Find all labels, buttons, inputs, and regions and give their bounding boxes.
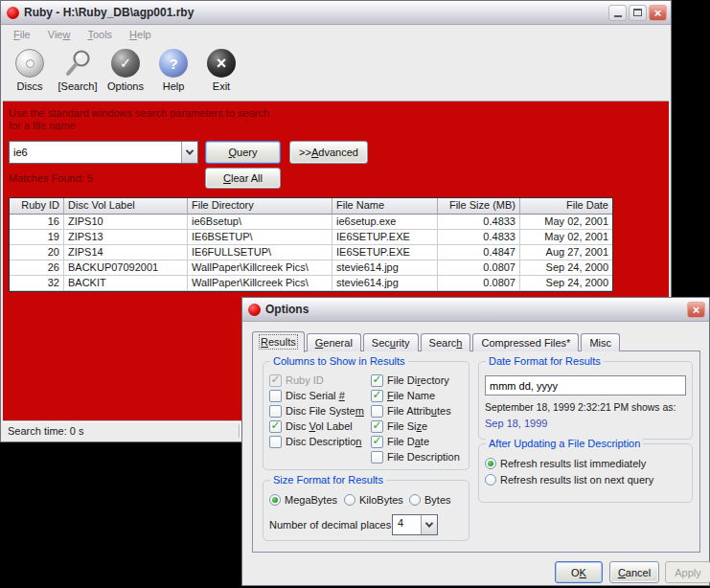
- checkbox-file-description[interactable]: File Description: [371, 449, 460, 464]
- table-cell[interactable]: 0.4833: [438, 230, 520, 245]
- dialog-titlebar[interactable]: Options: [242, 298, 709, 322]
- columns-group-title: Columns to Show in Results: [270, 355, 408, 367]
- toolbar-search-label: [Search]: [58, 80, 98, 92]
- checkbox-icon: [371, 390, 383, 402]
- menu-file[interactable]: File: [5, 29, 39, 40]
- column-header-file-directory[interactable]: File Directory: [188, 198, 332, 215]
- toolbar-discs-button[interactable]: Discs: [6, 49, 54, 101]
- checkbox-ruby-id[interactable]: Ruby ID: [269, 373, 364, 388]
- table-cell[interactable]: stevie614.jpg: [332, 260, 438, 276]
- radio-refresh-next-query[interactable]: Refresh results list on next query: [485, 472, 653, 487]
- decimal-places-combo[interactable]: 4: [392, 514, 438, 535]
- radio-megabytes[interactable]: MegaBytes: [269, 492, 344, 508]
- tab-security[interactable]: Security: [363, 333, 419, 351]
- advanced-button[interactable]: >> Advanced: [289, 141, 368, 164]
- close-button[interactable]: [649, 5, 667, 21]
- search-combo-dropdown-button[interactable]: [181, 142, 197, 163]
- checkbox-file-attributes[interactable]: File Attributes: [371, 403, 460, 418]
- date-format-group: Date Format for Results September 18, 19…: [478, 361, 693, 440]
- table-cell[interactable]: WallPaper\Killcreek Pics\: [188, 260, 332, 276]
- radio-refresh-immediately[interactable]: Refresh results list immediately: [485, 456, 646, 471]
- table-cell[interactable]: ie6setup.exe: [332, 215, 438, 230]
- table-cell[interactable]: BACKIT: [64, 276, 188, 291]
- checkbox-icon: [269, 405, 282, 418]
- table-cell[interactable]: 16: [10, 215, 64, 230]
- apply-button: Apply: [665, 561, 710, 583]
- checkbox-icon: [269, 374, 282, 387]
- dialog-icon: [248, 304, 261, 316]
- decimal-combo-dropdown-button[interactable]: [421, 515, 437, 534]
- main-titlebar[interactable]: Ruby - H:\Ruby_DB\agp001.rby: [1, 1, 671, 25]
- radio-bytes[interactable]: Bytes: [409, 492, 451, 508]
- menu-tools[interactable]: Tools: [79, 29, 121, 40]
- radio-kilobytes[interactable]: KiloBytes: [344, 492, 409, 508]
- table-cell[interactable]: IE6SETUP.EXE: [332, 245, 438, 260]
- table-cell[interactable]: 0.0807: [438, 276, 520, 291]
- results-table[interactable]: Ruby ID Disc Vol Label File Directory Fi…: [9, 197, 613, 292]
- table-cell[interactable]: IE6FULLSETUP\: [188, 245, 332, 260]
- checkbox-file-size[interactable]: File Size: [371, 418, 460, 434]
- table-cell[interactable]: stevie614.jpg: [332, 276, 438, 291]
- table-cell[interactable]: May 02, 2001: [520, 215, 612, 230]
- table-cell[interactable]: 0.0807: [438, 260, 520, 276]
- toolbar-search-button[interactable]: [Search]: [54, 49, 102, 101]
- column-header-disc-vol-label[interactable]: Disc Vol Label: [64, 198, 188, 215]
- table-cell[interactable]: 19: [10, 230, 64, 245]
- table-cell[interactable]: ZIPS14: [64, 245, 188, 260]
- ok-button[interactable]: OK: [555, 561, 603, 583]
- toolbar-options-button[interactable]: Options: [102, 49, 149, 101]
- table-cell[interactable]: Aug 27, 2001: [520, 245, 612, 260]
- search-combo[interactable]: [9, 141, 198, 164]
- tab-compressed-files[interactable]: Compressed Files*: [472, 333, 579, 351]
- clear-all-button[interactable]: Clear All: [205, 168, 281, 189]
- checkbox-file-directory[interactable]: File Directory: [371, 373, 460, 388]
- table-cell[interactable]: IE6BSETUP\: [188, 230, 332, 245]
- table-cell[interactable]: ie6Bsetup\: [188, 215, 332, 230]
- checkbox-file-date[interactable]: File Date: [371, 434, 460, 449]
- column-header-file-date[interactable]: File Date: [520, 198, 612, 215]
- table-cell[interactable]: Sep 24, 2000: [520, 260, 612, 276]
- table-cell[interactable]: ZIPS13: [64, 230, 188, 245]
- column-header-ruby-id[interactable]: Ruby ID: [10, 198, 64, 215]
- cancel-button[interactable]: Cancel: [609, 561, 659, 583]
- checkbox-file-name[interactable]: File Name: [371, 388, 460, 403]
- table-cell[interactable]: May 02, 2001: [520, 230, 612, 245]
- results-tab-page: Columns to Show in Results Ruby ID Disc …: [252, 351, 700, 553]
- column-header-file-name[interactable]: File Name: [332, 198, 438, 215]
- toolbar: Discs [Search] Options Help Exit: [1, 44, 671, 101]
- toolbar-help-button[interactable]: Help: [149, 49, 197, 101]
- tab-general[interactable]: General: [307, 333, 361, 351]
- dialog-close-button[interactable]: [687, 302, 705, 318]
- maximize-button[interactable]: [629, 5, 647, 21]
- tab-results[interactable]: Results: [252, 331, 305, 352]
- minimize-button[interactable]: [608, 5, 627, 21]
- tab-search[interactable]: Search: [421, 333, 471, 351]
- date-format-input[interactable]: [485, 375, 686, 396]
- checkbox-disc-description[interactable]: Disc Description: [269, 434, 364, 449]
- menu-view[interactable]: View: [39, 29, 80, 40]
- table-cell[interactable]: 26: [10, 260, 64, 276]
- table-cell[interactable]: 0.4847: [438, 245, 520, 260]
- table-cell[interactable]: IE6SETUP.EXE: [332, 230, 438, 245]
- table-cell[interactable]: WallPaper\Killcreek Pics\: [188, 276, 332, 291]
- query-button[interactable]: Query: [205, 141, 281, 164]
- radio-icon: [269, 494, 281, 506]
- status-bar-divider: [239, 424, 240, 438]
- menu-help[interactable]: Help: [121, 29, 160, 40]
- table-cell[interactable]: 20: [10, 245, 64, 260]
- table-cell[interactable]: ZIPS10: [64, 215, 188, 230]
- checkbox-disc-serial[interactable]: Disc Serial #: [269, 388, 364, 403]
- column-header-file-size[interactable]: File Size (MB): [438, 198, 520, 215]
- search-input[interactable]: [10, 142, 181, 163]
- table-cell[interactable]: BACKUP07092001: [64, 260, 188, 276]
- table-cell[interactable]: 0.4833: [438, 215, 520, 230]
- checkbox-disc-file-system[interactable]: Disc File System: [269, 403, 364, 418]
- table-cell[interactable]: Sep 24, 2000: [520, 276, 612, 291]
- toolbar-exit-button[interactable]: Exit: [197, 49, 245, 101]
- table-cell[interactable]: 32: [10, 276, 64, 291]
- checkbox-disc-vol-label[interactable]: Disc Vol Label: [269, 418, 364, 434]
- radio-icon: [485, 474, 496, 486]
- decimal-places-label: Number of decimal places: [269, 519, 391, 531]
- tab-misc[interactable]: Misc: [581, 333, 620, 351]
- options-dialog: Options Results General Security Search …: [241, 297, 710, 586]
